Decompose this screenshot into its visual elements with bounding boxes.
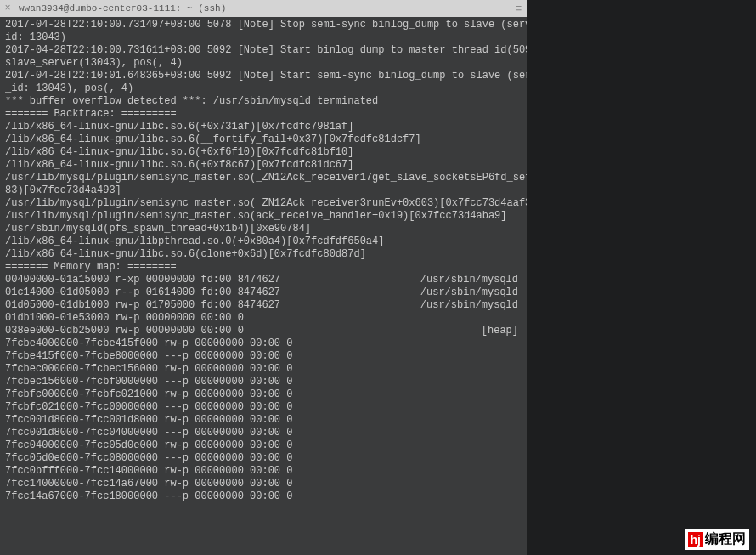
memory-map-row: 7fcc001d8000-7fcc04000000 ---p 00000000 … <box>5 427 522 439</box>
log-line: /usr/lib/mysql/plugin/semisync_master.so… <box>5 197 522 210</box>
log-line: /usr/lib/mysql/plugin/semisync_master.so… <box>5 210 522 223</box>
memory-map-right <box>518 388 522 401</box>
logo-text: 编程网 <box>705 530 746 548</box>
memory-map-row: 7fcbec156000-7fcbf0000000 ---p 00000000 … <box>5 376 522 388</box>
memory-map-right: [heap] <box>482 325 522 337</box>
log-line: id: 13043) <box>5 31 522 44</box>
log-line: /lib/x86_64-linux-gnu/libc.so.6(+0xf6f10… <box>5 146 522 159</box>
memory-map-left: 7fcc14a67000-7fcc18000000 ---p 00000000 … <box>5 490 518 503</box>
memory-map-left: 7fcc14000000-7fcc14a67000 rw-p 00000000 … <box>5 478 518 490</box>
memory-map-left: 01db1000-01e53000 rw-p 00000000 00:00 0 <box>5 312 518 325</box>
menu-icon[interactable]: ≡ <box>510 3 527 15</box>
log-line: /lib/x86_64-linux-gnu/libc.so.6(+0x731af… <box>5 121 522 133</box>
memory-map-row: 7fcc001d8000-7fcc001d8000 rw-p 00000000 … <box>5 414 522 427</box>
memory-map-right <box>518 350 522 363</box>
memory-map-row: 7fcbe415f000-7fcbe8000000 ---p 00000000 … <box>5 350 522 363</box>
log-line: 83)[0x7fcc73d4a493] <box>5 184 522 197</box>
memory-map-left: 7fcbec000000-7fcbec156000 rw-p 00000000 … <box>5 363 518 376</box>
memory-map-left: 01d05000-01db1000 rw-p 01705000 fd:00 84… <box>5 299 420 312</box>
tab-title[interactable]: wwan3934@dumbo-center03-1111: ~ (ssh) <box>15 3 510 14</box>
log-line: 2017-04-28T22:10:01.648365+08:00 5092 [N… <box>5 70 522 82</box>
watermark-logo: hj 编程网 <box>685 529 749 550</box>
log-line: /usr/sbin/mysqld(pfs_spawn_thread+0x1b4)… <box>5 223 522 235</box>
left-pane: × wwan3934@dumbo-center03-1111: ~ (ssh) … <box>0 0 527 555</box>
memory-map-row: 01c14000-01d05000 r--p 01614000 fd:00 84… <box>5 286 522 299</box>
close-icon[interactable]: × <box>0 3 15 14</box>
memory-map-left: 7fcbfc000000-7fcbfc021000 rw-p 00000000 … <box>5 388 518 401</box>
log-line: 2017-04-28T22:10:00.731611+08:00 5092 [N… <box>5 44 522 57</box>
log-line: /lib/x86_64-linux-gnu/libc.so.6(__fortif… <box>5 133 522 146</box>
memory-map-row: 7fcc14a67000-7fcc18000000 ---p 00000000 … <box>5 490 522 503</box>
memory-map-row: 00400000-01a15000 r-xp 00000000 fd:00 84… <box>5 274 522 286</box>
memory-map-left: 7fcbec156000-7fcbf0000000 ---p 00000000 … <box>5 376 518 388</box>
memory-map-row: 7fcbfc000000-7fcbfc021000 rw-p 00000000 … <box>5 388 522 401</box>
memory-map-row: 7fcc05d0e000-7fcc08000000 ---p 00000000 … <box>5 452 522 465</box>
memory-map-row: 01d05000-01db1000 rw-p 01705000 fd:00 84… <box>5 299 522 312</box>
log-line: /usr/lib/mysql/plugin/semisync_master.so… <box>5 172 522 184</box>
log-line: /lib/x86_64-linux-gnu/libc.so.6(clone+0x… <box>5 248 522 261</box>
memory-map-left: 7fcc001d8000-7fcc04000000 ---p 00000000 … <box>5 427 518 439</box>
log-line: /lib/x86_64-linux-gnu/libc.so.6(+0xf8c67… <box>5 159 522 172</box>
memory-map-row: 7fcc0bfff000-7fcc14000000 rw-p 00000000 … <box>5 465 522 478</box>
log-line: slave_server(13043), pos(, 4) <box>5 57 522 70</box>
logo-mark: hj <box>688 532 703 547</box>
memory-map-row: 7fcc04000000-7fcc05d0e000 rw-p 00000000 … <box>5 439 522 452</box>
left-terminal[interactable]: 2017-04-28T22:10:00.731497+08:00 5078 [N… <box>0 17 527 555</box>
memory-map-row: 038ee000-0db25000 rw-p 00000000 00:00 0[… <box>5 325 522 337</box>
memory-map-left: 7fcc0bfff000-7fcc14000000 rw-p 00000000 … <box>5 465 518 478</box>
memory-map-row: 7fcbfc021000-7fcc00000000 ---p 00000000 … <box>5 401 522 414</box>
memory-map-left: 7fcbfc021000-7fcc00000000 ---p 00000000 … <box>5 401 518 414</box>
memory-map-left: 038ee000-0db25000 rw-p 00000000 00:00 0 <box>5 325 482 337</box>
log-line: _id: 13043), pos(, 4) <box>5 82 522 95</box>
memory-map-right <box>518 490 522 503</box>
memory-map-right <box>518 376 522 388</box>
memory-map-right <box>518 465 522 478</box>
memory-map-right <box>518 452 522 465</box>
memory-map-right <box>518 478 522 490</box>
log-line: /lib/x86_64-linux-gnu/libpthread.so.0(+0… <box>5 235 522 248</box>
memory-map-left: 01c14000-01d05000 r--p 01614000 fd:00 84… <box>5 286 420 299</box>
memory-map-left: 7fcbe415f000-7fcbe8000000 ---p 00000000 … <box>5 350 518 363</box>
memory-map-right: /usr/sbin/mysqld <box>420 299 522 312</box>
memory-map-row: 01db1000-01e53000 rw-p 00000000 00:00 0 <box>5 312 522 325</box>
memory-map-right <box>518 401 522 414</box>
memory-map-right: /usr/sbin/mysqld <box>420 274 522 286</box>
memory-map-row: 7fcc14000000-7fcc14a67000 rw-p 00000000 … <box>5 478 522 490</box>
memory-map-right <box>518 427 522 439</box>
memory-map-left: 7fcbe4000000-7fcbe415f000 rw-p 00000000 … <box>5 337 518 350</box>
log-line: ======= Memory map: ======== <box>5 261 522 274</box>
memory-map-left: 7fcc001d8000-7fcc001d8000 rw-p 00000000 … <box>5 414 518 427</box>
memory-map-left: 00400000-01a15000 r-xp 00000000 fd:00 84… <box>5 274 420 286</box>
memory-map-row: 7fcbec000000-7fcbec156000 rw-p 00000000 … <box>5 363 522 376</box>
memory-map-right <box>518 337 522 350</box>
log-line: 2017-04-28T22:10:00.731497+08:00 5078 [N… <box>5 19 522 31</box>
memory-map-right <box>518 414 522 427</box>
log-line: *** buffer overflow detected ***: /usr/s… <box>5 95 522 108</box>
memory-map-right <box>518 312 522 325</box>
left-tab-bar: × wwan3934@dumbo-center03-1111: ~ (ssh) … <box>0 0 527 17</box>
memory-map-row: 7fcbe4000000-7fcbe415f000 rw-p 00000000 … <box>5 337 522 350</box>
log-line: ======= Backtrace: ========= <box>5 108 522 121</box>
memory-map-left: 7fcc04000000-7fcc05d0e000 rw-p 00000000 … <box>5 439 518 452</box>
memory-map-right <box>518 363 522 376</box>
memory-map-right <box>518 439 522 452</box>
memory-map-right: /usr/sbin/mysqld <box>420 286 522 299</box>
memory-map-left: 7fcc05d0e000-7fcc08000000 ---p 00000000 … <box>5 452 518 465</box>
